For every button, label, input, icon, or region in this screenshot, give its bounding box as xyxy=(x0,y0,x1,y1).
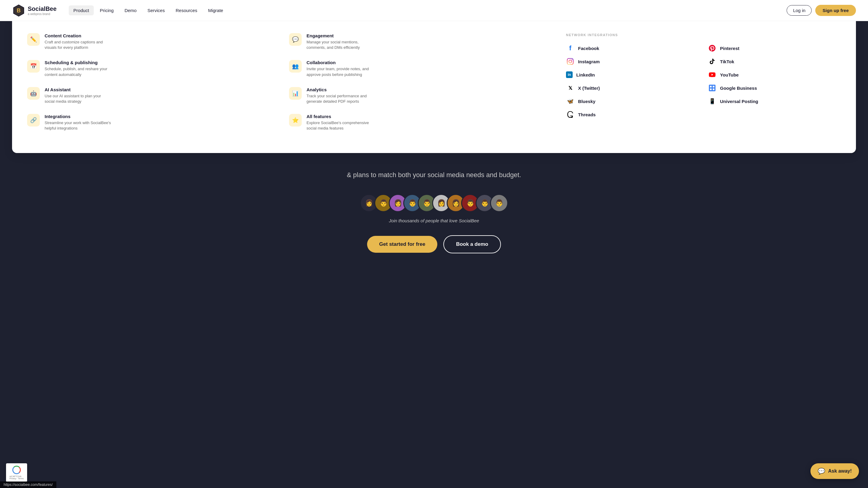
youtube-icon xyxy=(708,70,716,79)
network-item-universal-posting[interactable]: 📱 Universal Posting xyxy=(708,97,841,105)
collaboration-title: Collaboration xyxy=(307,60,373,65)
engagement-title: Engagement xyxy=(307,33,373,38)
menu-item-collaboration[interactable]: 👥 Collaboration Invite your team, provid… xyxy=(289,60,539,77)
network-item-twitter[interactable]: 𝕏 X (Twitter) xyxy=(566,84,699,92)
navbar: B SocialBee a webpros brand Product Pric… xyxy=(0,0,868,21)
logo-icon: B xyxy=(12,4,25,17)
integrations-desc: Streamline your work with SocialBee's he… xyxy=(44,120,111,131)
content-creation-desc: Craft and customize captions and visuals… xyxy=(44,39,111,50)
scheduling-icon: 📅 xyxy=(27,60,40,73)
network-item-facebook[interactable]: f Facebook xyxy=(566,44,699,53)
signup-button[interactable]: Sign up free xyxy=(815,5,856,16)
facebook-name: Facebook xyxy=(578,46,599,51)
twitter-icon: 𝕏 xyxy=(566,84,575,92)
pinterest-icon xyxy=(708,44,716,53)
nav-item-demo[interactable]: Demo xyxy=(120,5,141,15)
engagement-desc: Manage your social mentions, comments, a… xyxy=(307,39,373,50)
linkedin-name: LinkedIn xyxy=(576,72,595,77)
status-url: https://socialbee.com/features/ xyxy=(4,483,53,487)
svg-rect-3 xyxy=(709,85,715,91)
avatars-row: 👩 👨 👩 👨 👨 👩 👩 👨 👨 👨 xyxy=(360,194,508,212)
menu-item-content-creation[interactable]: ✏️ Content Creation Craft and customize … xyxy=(27,33,277,50)
nav-auth: Log in Sign up free xyxy=(786,5,856,16)
status-bar: https://socialbee.com/features/ xyxy=(0,481,56,488)
analytics-icon: 📊 xyxy=(289,87,302,100)
menu-item-analytics[interactable]: 📊 Analytics Track your social performanc… xyxy=(289,87,539,104)
content-creation-title: Content Creation xyxy=(44,33,111,38)
logo-brand-text: SocialBee xyxy=(28,5,57,12)
instagram-name: Instagram xyxy=(578,59,600,64)
menu-item-ai-assistant[interactable]: 🤖 AI Assistant Use our AI assistant to p… xyxy=(27,87,277,104)
collaboration-icon: 👥 xyxy=(289,60,302,73)
universal-posting-icon: 📱 xyxy=(708,97,716,105)
chat-icon: 💬 xyxy=(818,467,825,475)
nav-item-resources[interactable]: Resources xyxy=(171,5,202,15)
menu-item-engagement[interactable]: 💬 Engagement Manage your social mentions… xyxy=(289,33,539,50)
dropdown-col-2: 💬 Engagement Manage your social mentions… xyxy=(289,33,551,141)
network-grid: f Facebook Pinterest Instagram TikTok xyxy=(566,44,841,119)
network-item-pinterest[interactable]: Pinterest xyxy=(708,44,841,53)
network-item-youtube[interactable]: YouTube xyxy=(708,70,841,79)
nav-links: Product Pricing Demo Services Resources … xyxy=(69,5,787,15)
all-features-desc: Explore SocialBee's comprehensive social… xyxy=(307,120,373,131)
network-item-instagram[interactable]: Instagram xyxy=(566,57,699,66)
threads-name: Threads xyxy=(578,112,595,117)
recaptcha-badge: reCAPTCHAPrivacy · Terms xyxy=(6,463,27,482)
ai-assistant-icon: 🤖 xyxy=(27,87,40,100)
recaptcha-icon xyxy=(12,466,21,474)
tiktok-icon xyxy=(708,57,716,66)
scheduling-title: Scheduling & publishing xyxy=(44,60,111,65)
dropdown-col-1: ✏️ Content Creation Craft and customize … xyxy=(27,33,289,141)
nav-item-pricing[interactable]: Pricing xyxy=(95,5,119,15)
nav-item-migrate[interactable]: Migrate xyxy=(203,5,228,15)
svg-rect-6 xyxy=(710,89,712,90)
avatar-10: 👨 xyxy=(490,194,508,212)
engagement-icon: 💬 xyxy=(289,33,302,46)
chat-widget[interactable]: 💬 Ask away! xyxy=(810,463,859,479)
book-demo-button[interactable]: Book a demo xyxy=(443,235,501,253)
menu-item-integrations[interactable]: 🔗 Integrations Streamline your work with… xyxy=(27,114,277,131)
svg-rect-5 xyxy=(713,86,715,88)
google-business-icon xyxy=(708,84,716,92)
network-item-threads[interactable]: Threads xyxy=(566,110,699,119)
product-dropdown: ✏️ Content Creation Craft and customize … xyxy=(12,21,856,153)
google-business-name: Google Business xyxy=(720,86,757,91)
network-integrations: NETWORK INTEGRATIONS f Facebook Pinteres… xyxy=(551,33,841,141)
youtube-name: YouTube xyxy=(720,72,739,77)
menu-item-scheduling[interactable]: 📅 Scheduling & publishing Schedule, publ… xyxy=(27,60,277,77)
logo[interactable]: B SocialBee a webpros brand xyxy=(12,4,57,17)
network-item-tiktok[interactable]: TikTok xyxy=(708,57,841,66)
subtitle-text: & plans to match both your social media … xyxy=(347,171,521,179)
recaptcha-text: reCAPTCHAPrivacy · Terms xyxy=(9,475,24,480)
ai-assistant-title: AI Assistant xyxy=(44,87,111,92)
svg-text:B: B xyxy=(17,7,21,13)
logo-sub-text: a webpros brand xyxy=(28,12,57,16)
all-features-title: All features xyxy=(307,114,373,119)
chat-widget-label: Ask away! xyxy=(828,468,852,474)
threads-icon xyxy=(566,110,575,119)
scheduling-desc: Schedule, publish, and reshare your cont… xyxy=(44,66,111,77)
instagram-icon xyxy=(566,57,575,66)
network-item-bluesky[interactable]: 🦋 Bluesky xyxy=(566,97,699,105)
svg-rect-7 xyxy=(713,89,715,90)
content-creation-icon: ✏️ xyxy=(27,33,40,46)
network-integrations-title: NETWORK INTEGRATIONS xyxy=(566,33,841,37)
analytics-title: Analytics xyxy=(307,87,373,92)
network-item-google-business[interactable]: Google Business xyxy=(708,84,841,92)
universal-posting-name: Universal Posting xyxy=(720,99,758,104)
facebook-icon: f xyxy=(566,44,575,53)
nav-item-services[interactable]: Services xyxy=(143,5,170,15)
nav-item-product[interactable]: Product xyxy=(69,5,94,15)
network-item-linkedin[interactable]: in LinkedIn xyxy=(566,70,699,79)
all-features-icon: ⭐ xyxy=(289,114,302,127)
analytics-desc: Track your social performance and genera… xyxy=(307,93,373,104)
integrations-title: Integrations xyxy=(44,114,111,119)
login-button[interactable]: Log in xyxy=(786,5,812,16)
bluesky-name: Bluesky xyxy=(578,99,595,104)
svg-rect-4 xyxy=(710,86,712,88)
cta-buttons: Get started for free Book a demo xyxy=(367,235,501,253)
main-content: & plans to match both your social media … xyxy=(0,153,868,271)
get-started-button[interactable]: Get started for free xyxy=(367,236,437,253)
ai-assistant-desc: Use our AI assistant to plan your social… xyxy=(44,93,111,104)
menu-item-all-features[interactable]: ⭐ All features Explore SocialBee's compr… xyxy=(289,114,539,131)
